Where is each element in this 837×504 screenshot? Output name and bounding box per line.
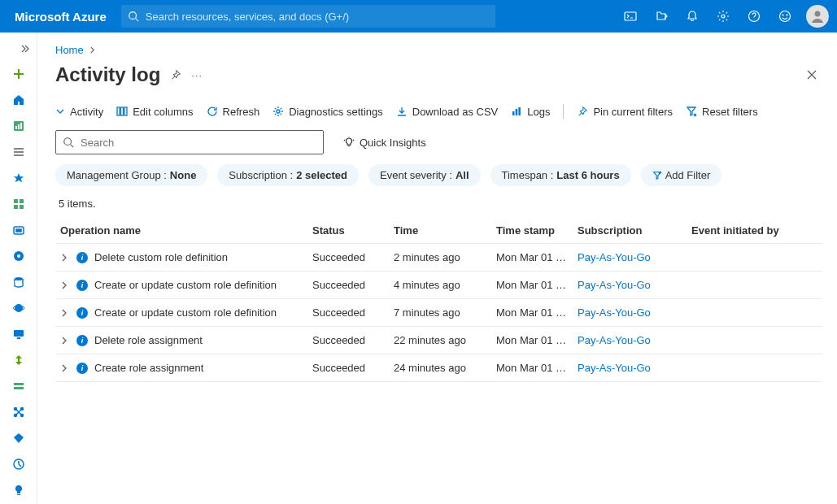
chip-management-group[interactable]: Management Group : None <box>55 164 207 186</box>
subscription-link[interactable]: Pay-As-You-Go <box>578 279 651 291</box>
initiated-by-cell <box>687 272 822 299</box>
operation-name: Create or update custom role definition <box>94 306 277 319</box>
col-initiated-by[interactable]: Event initiated by <box>687 218 822 244</box>
reset-filters-button[interactable]: Reset filters <box>686 106 758 118</box>
cloud-shell-icon[interactable] <box>616 0 645 33</box>
breadcrumb-home[interactable]: Home <box>55 44 84 56</box>
user-avatar[interactable] <box>806 5 829 28</box>
svg-text:SQL: SQL <box>14 280 22 285</box>
logs-button[interactable]: Logs <box>511 106 550 118</box>
nav-expand-icon[interactable] <box>0 37 37 60</box>
toolbar-separator <box>563 104 564 119</box>
nav-all-services-icon[interactable] <box>1 140 37 164</box>
table-row[interactable]: iCreate or update custom role definition… <box>55 299 822 327</box>
nav-load-balancer-icon[interactable] <box>1 348 37 372</box>
help-icon[interactable] <box>739 0 769 33</box>
svg-rect-25 <box>14 330 24 337</box>
expand-icon[interactable] <box>60 281 70 289</box>
col-timestamp[interactable]: Time stamp <box>491 218 573 244</box>
global-search[interactable] <box>121 5 495 28</box>
settings-icon[interactable] <box>708 0 738 33</box>
brand-label: Microsoft Azure <box>8 10 113 24</box>
table-row[interactable]: iDelete custom role definitionSucceeded2… <box>55 244 822 272</box>
chevron-right-icon <box>89 46 96 54</box>
activity-dropdown[interactable]: Activity <box>55 106 103 118</box>
top-icons <box>616 0 829 33</box>
col-status[interactable]: Status <box>307 218 389 244</box>
notifications-icon[interactable] <box>678 0 707 33</box>
svg-rect-13 <box>14 199 18 203</box>
table-row[interactable]: iCreate role assignmentSucceeded24 minut… <box>55 354 822 382</box>
nav-sql-icon[interactable]: SQL <box>1 270 37 294</box>
pin-filters-button[interactable]: Pin current filters <box>577 106 673 118</box>
diagnostics-button[interactable]: Diagnostics settings <box>272 106 383 118</box>
page-title: Activity log <box>55 63 160 86</box>
info-icon: i <box>76 335 88 346</box>
nav-resource-groups-icon[interactable] <box>1 218 37 242</box>
initiated-by-cell <box>687 244 822 272</box>
subscription-link[interactable]: Pay-As-You-Go <box>578 306 651 319</box>
lightbulb-icon <box>343 137 355 148</box>
directories-icon[interactable] <box>647 0 676 33</box>
chip-timespan[interactable]: Timespan : Last 6 hours <box>490 164 631 186</box>
expand-icon[interactable] <box>60 254 70 262</box>
more-icon[interactable]: ··· <box>191 69 203 81</box>
search-icon <box>63 137 74 148</box>
subscription-link[interactable]: Pay-As-You-Go <box>578 251 651 263</box>
table-row[interactable]: iDelete role assignmentSucceeded22 minut… <box>55 327 822 354</box>
quick-insights-button[interactable]: Quick Insights <box>343 137 426 149</box>
breadcrumb: Home <box>55 41 822 59</box>
nav-aad-icon[interactable] <box>1 426 37 450</box>
activity-label: Activity <box>70 106 103 118</box>
expand-icon[interactable] <box>60 364 70 372</box>
svg-rect-40 <box>516 109 518 115</box>
svg-point-0 <box>129 12 137 20</box>
svg-point-6 <box>783 15 783 15</box>
nav-storage-icon[interactable] <box>1 374 37 398</box>
status-cell: Succeeded <box>307 244 389 272</box>
subscription-link[interactable]: Pay-As-You-Go <box>578 334 651 346</box>
nav-favorites-icon[interactable] <box>1 166 37 190</box>
global-search-input[interactable] <box>146 11 489 23</box>
items-count: 5 items. <box>59 198 822 210</box>
subscription-link[interactable]: Pay-As-You-Go <box>578 362 651 374</box>
initiated-by-cell <box>687 299 822 327</box>
nav-advisor-icon[interactable] <box>1 478 37 502</box>
nav-create-icon[interactable] <box>1 62 37 86</box>
nav-home-icon[interactable] <box>1 88 37 112</box>
chip-add-filter[interactable]: Add Filter <box>641 164 722 186</box>
svg-rect-18 <box>16 229 21 232</box>
col-subscription[interactable]: Subscription <box>573 218 687 244</box>
nav-all-resources-icon[interactable] <box>1 192 37 216</box>
chip-severity[interactable]: Event severity : All <box>368 164 481 186</box>
nav-network-icon[interactable] <box>1 400 37 424</box>
nav-monitor-icon[interactable] <box>1 452 37 476</box>
col-operation[interactable]: Operation name <box>55 218 307 244</box>
svg-point-42 <box>64 138 72 146</box>
pin-icon[interactable] <box>170 69 181 80</box>
refresh-button[interactable]: Refresh <box>207 106 260 118</box>
table-row[interactable]: iCreate or update custom role definition… <box>55 272 822 299</box>
time-cell: 22 minutes ago <box>389 327 491 354</box>
expand-icon[interactable] <box>60 309 70 317</box>
chip-subscription[interactable]: Subscription : 2 selected <box>217 164 359 186</box>
edit-columns-button[interactable]: Edit columns <box>116 106 193 118</box>
timestamp-cell: Mon Mar 01 … <box>491 299 573 327</box>
download-csv-button[interactable]: Download as CSV <box>396 106 499 118</box>
status-cell: Succeeded <box>307 272 389 299</box>
timestamp-cell: Mon Mar 01 … <box>491 327 573 354</box>
nav-vm-icon[interactable] <box>1 322 37 346</box>
nav-cosmos-icon[interactable] <box>1 296 37 320</box>
expand-icon[interactable] <box>60 337 70 345</box>
local-search[interactable] <box>55 130 324 154</box>
svg-rect-35 <box>117 107 120 115</box>
svg-rect-37 <box>124 107 127 115</box>
close-icon[interactable] <box>801 64 822 85</box>
col-time[interactable]: Time <box>389 218 491 244</box>
svg-line-43 <box>71 145 74 148</box>
feedback-icon[interactable] <box>770 0 800 33</box>
nav-dashboard-icon[interactable] <box>1 114 37 138</box>
nav-app-services-icon[interactable] <box>1 244 37 268</box>
info-icon: i <box>76 280 88 291</box>
local-search-input[interactable] <box>81 137 316 149</box>
